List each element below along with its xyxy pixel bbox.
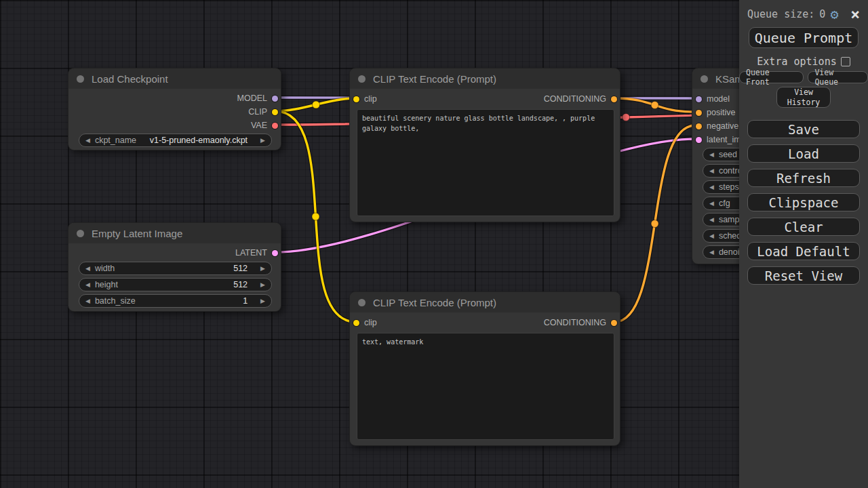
latent-slot-dot[interactable]	[272, 250, 278, 256]
load-button[interactable]: Load	[747, 144, 860, 163]
slot-label: clip	[364, 94, 377, 104]
conditioning-slot-dot[interactable]	[696, 110, 702, 116]
decrement-arrow-icon[interactable]: ◀	[85, 282, 90, 288]
increment-arrow-icon[interactable]: ▶	[260, 266, 265, 272]
increment-arrow-icon[interactable]: ▶	[260, 138, 265, 144]
decrement-arrow-icon[interactable]: ◀	[85, 298, 90, 304]
node-load-checkpoint[interactable]: Load Checkpoint MODEL CLIP VAE ◀ ckpt_na…	[68, 68, 281, 150]
widget-ckpt-name[interactable]: ◀ ckpt_name v1-5-pruned-emaonly.ckpt ▶	[79, 134, 272, 147]
prompt-text-input[interactable]: beautiful scenery nature glass bottle la…	[357, 109, 614, 216]
increment-arrow-icon[interactable]: ▶	[260, 298, 265, 304]
decrement-arrow-icon[interactable]: ◀	[709, 217, 714, 223]
slot-label: CLIP	[248, 107, 267, 117]
decrement-arrow-icon[interactable]: ◀	[709, 184, 714, 190]
collapse-dot-icon[interactable]	[77, 230, 84, 237]
clip-slot-dot[interactable]	[353, 320, 359, 326]
output-slot-conditioning[interactable]: CONDITIONING	[544, 316, 617, 329]
slot-label: positive	[707, 108, 735, 117]
input-slot-clip[interactable]: clip	[353, 316, 377, 329]
output-slot-conditioning[interactable]: CONDITIONING	[544, 92, 617, 106]
graph-canvas[interactable]: Load Checkpoint MODEL CLIP VAE ◀ ckpt_na…	[0, 0, 868, 488]
widget-label: width	[95, 264, 115, 273]
slot-label: CONDITIONING	[544, 94, 606, 104]
clipspace-button[interactable]: Clipspace	[747, 193, 860, 211]
close-icon[interactable]: ×	[850, 7, 860, 22]
widget-label: steps	[719, 182, 739, 192]
queue-size-value: 0	[819, 8, 825, 20]
slot-label: model	[707, 94, 730, 104]
slot-label: LATENT	[235, 248, 267, 258]
link-dot-negative[interactable]	[651, 220, 658, 228]
node-title-bar[interactable]: Load Checkpoint	[68, 68, 281, 89]
slot-label: MODEL	[237, 94, 267, 103]
node-title-bar[interactable]: CLIP Text Encode (Prompt)	[350, 68, 620, 89]
prompt-text-input[interactable]: text, watermark	[357, 333, 614, 440]
collapse-dot-icon[interactable]	[701, 75, 708, 83]
queue-front-button[interactable]: Queue Front	[739, 71, 804, 83]
collapse-dot-icon[interactable]	[77, 75, 84, 83]
vae-slot-dot[interactable]	[272, 123, 278, 129]
output-slot-vae[interactable]: VAE	[251, 119, 278, 132]
increment-arrow-icon[interactable]: ▶	[260, 282, 265, 288]
extra-options-row: Extra options	[739, 56, 868, 67]
decrement-arrow-icon[interactable]: ◀	[85, 138, 90, 144]
widget-width[interactable]: ◀ width 512 ▶	[79, 262, 272, 275]
input-slot-clip[interactable]: clip	[353, 92, 377, 106]
widget-batch-size[interactable]: ◀ batch_size 1 ▶	[79, 294, 272, 308]
extra-options-checkbox[interactable]	[841, 57, 850, 66]
decrement-arrow-icon[interactable]: ◀	[709, 168, 714, 174]
view-history-button[interactable]: View History	[776, 87, 831, 108]
input-slot-model[interactable]: model	[696, 92, 730, 106]
decrement-arrow-icon[interactable]: ◀	[709, 152, 714, 158]
decrement-arrow-icon[interactable]: ◀	[709, 201, 714, 207]
link-dot-positive[interactable]	[651, 102, 658, 109]
widget-label: ckpt_name	[95, 136, 136, 145]
decrement-arrow-icon[interactable]: ◀	[709, 249, 714, 256]
clip-slot-dot[interactable]	[272, 109, 278, 115]
widget-value: 1	[243, 296, 248, 306]
node-clip-text-encode-negative[interactable]: CLIP Text Encode (Prompt) clip CONDITION…	[349, 291, 620, 446]
view-queue-button[interactable]: View Queue	[808, 71, 868, 83]
link-dot-vae[interactable]	[623, 114, 630, 121]
node-title-bar[interactable]: CLIP Text Encode (Prompt)	[350, 292, 620, 312]
conditioning-slot-dot[interactable]	[696, 123, 702, 129]
node-title: Empty Latent Image	[92, 228, 182, 239]
node-empty-latent-image[interactable]: Empty Latent Image LATENT ◀ width 512 ▶ …	[68, 222, 281, 312]
widget-label: cfg	[719, 199, 730, 208]
node-title: CLIP Text Encode (Prompt)	[373, 73, 496, 85]
clip-slot-dot[interactable]	[353, 96, 359, 102]
conditioning-slot-dot[interactable]	[611, 320, 617, 326]
collapse-dot-icon[interactable]	[358, 299, 366, 306]
menu-panel: Queue size: 0 ⚙ × Queue Prompt Extra opt…	[739, 0, 868, 488]
link-dot-clip-bottom[interactable]	[312, 213, 319, 220]
queue-prompt-button[interactable]: Queue Prompt	[749, 27, 859, 48]
model-slot-dot[interactable]	[696, 96, 702, 102]
link-dot-clip-top[interactable]	[313, 101, 320, 108]
input-slot-negative[interactable]: negative	[696, 119, 738, 133]
node-title-bar[interactable]: Empty Latent Image	[68, 223, 281, 243]
conditioning-slot-dot[interactable]	[611, 96, 617, 102]
input-slot-positive[interactable]: positive	[696, 106, 735, 119]
decrement-arrow-icon[interactable]: ◀	[709, 233, 714, 239]
clear-button[interactable]: Clear	[747, 218, 860, 236]
output-slot-latent[interactable]: LATENT	[235, 246, 278, 260]
save-button[interactable]: Save	[747, 120, 860, 138]
queue-size-label: Queue size:	[747, 8, 814, 20]
collapse-dot-icon[interactable]	[358, 75, 366, 83]
decrement-arrow-icon[interactable]: ◀	[85, 266, 90, 272]
widget-label: seed	[719, 150, 737, 159]
output-slot-model[interactable]: MODEL	[237, 92, 278, 105]
slot-label: clip	[364, 318, 377, 327]
widget-height[interactable]: ◀ height 512 ▶	[79, 278, 272, 291]
settings-gear-icon[interactable]: ⚙	[830, 7, 838, 21]
refresh-button[interactable]: Refresh	[747, 169, 860, 187]
latent-slot-dot[interactable]	[696, 137, 702, 143]
load-default-button[interactable]: Load Default	[747, 242, 860, 260]
slot-label: VAE	[251, 121, 267, 130]
node-clip-text-encode-positive[interactable]: CLIP Text Encode (Prompt) clip CONDITION…	[349, 68, 620, 222]
widget-label: batch_size	[95, 296, 136, 306]
model-slot-dot[interactable]	[272, 96, 278, 102]
slot-label: negative	[707, 121, 738, 131]
reset-view-button[interactable]: Reset View	[747, 266, 860, 285]
output-slot-clip[interactable]: CLIP	[248, 105, 278, 119]
